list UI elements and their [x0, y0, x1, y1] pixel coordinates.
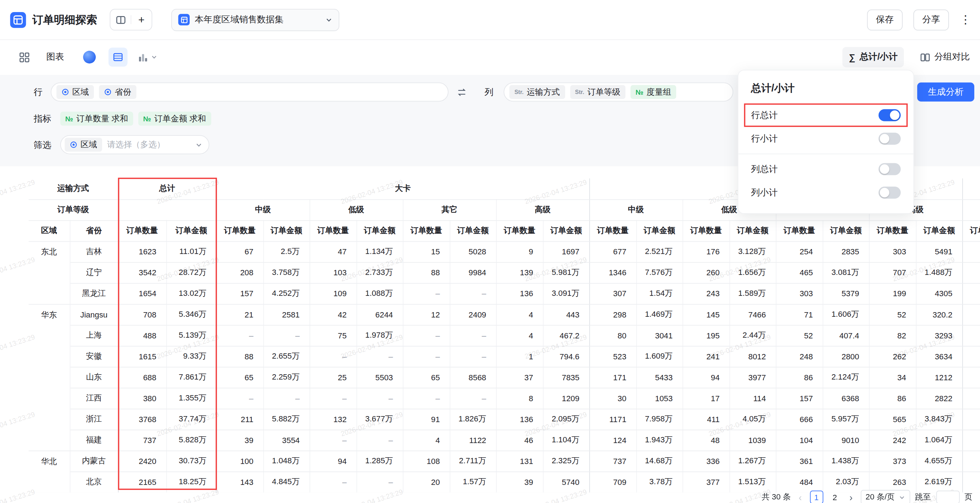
table-row: 山东6887.861万652.259万255503658568377835171…	[29, 367, 980, 388]
bar-chart-icon[interactable]	[138, 52, 148, 62]
dataset-selector[interactable]: 本年度区域销售数据集	[171, 8, 339, 31]
value-cell: 794.6	[543, 346, 589, 367]
chevron-down-icon	[899, 494, 905, 500]
header-cell: 订单金额	[543, 220, 589, 241]
header-cell: 订单金额	[166, 220, 216, 241]
layout-grid-icon[interactable]	[19, 52, 30, 62]
jump-page-input[interactable]	[936, 490, 959, 503]
toggle-switch[interactable]	[878, 186, 901, 199]
share-button[interactable]: 分享	[913, 9, 949, 30]
value-cell: 1615	[118, 346, 166, 367]
value-cell: 411	[682, 409, 729, 430]
value-cell: 82	[869, 325, 916, 346]
value-cell: 5379	[822, 283, 869, 304]
value-cell: 2.259万	[263, 367, 310, 388]
filter-shelf[interactable]: 区域 请选择（多选）	[60, 135, 209, 154]
value-cell: 488	[118, 325, 166, 346]
header-cell: 订单数量	[216, 220, 263, 241]
value-cell: 307	[589, 283, 636, 304]
pivot-table-container[interactable]: 运输方式总计大卡订单等级中级低级其它高级中级低级其它高级中级区域省份订单数量订单…	[29, 178, 980, 493]
split-view-button[interactable]	[110, 10, 130, 30]
popup-divider	[738, 154, 913, 154]
value-cell	[962, 367, 980, 388]
geo-field-icon	[70, 141, 77, 148]
group-compare-button[interactable]: 分组对比	[920, 51, 970, 63]
view-switcher: +	[110, 9, 152, 30]
field-pill[interactable]: №订单数量 求和	[60, 112, 133, 126]
value-cell: 5.981万	[543, 262, 589, 283]
region-cell: 东北	[29, 241, 70, 304]
popup-toggle-list: 行总计行小计列总计列小计	[751, 103, 900, 204]
value-cell: 131	[496, 450, 543, 471]
value-cell: 708	[118, 304, 166, 325]
value-cell: 1.656万	[729, 262, 776, 283]
field-pill[interactable]: Str.订单等级	[570, 85, 625, 99]
value-cell: 52	[869, 304, 916, 325]
page-1-button[interactable]: 1	[810, 490, 823, 503]
toggle-switch[interactable]	[878, 133, 901, 145]
field-pill[interactable]: №度量组	[630, 85, 676, 99]
table-row: 辽宁354228.72万2083.758万1032.733万8899841395…	[29, 262, 980, 283]
value-cell: 2.03万	[822, 471, 869, 492]
value-cell: 1.606万	[822, 304, 869, 325]
value-cell: 94	[310, 450, 356, 471]
value-cell: 132	[310, 409, 356, 430]
value-cell: 2.325万	[543, 450, 589, 471]
field-pill[interactable]: Str.运输方式	[509, 85, 565, 99]
split-view-icon	[116, 15, 125, 24]
value-cell: 3.128万	[729, 241, 776, 262]
toggle-switch[interactable]	[878, 163, 901, 175]
value-cell: 1654	[118, 283, 166, 304]
table-row: 上海4885.139万––751.978万––4467.28030411952.…	[29, 325, 980, 346]
save-button[interactable]: 保存	[867, 9, 903, 30]
value-cell: 211	[216, 409, 263, 430]
more-menu-icon[interactable]: ⋮	[960, 13, 971, 27]
field-pill[interactable]: 区域	[65, 138, 102, 151]
smart-chart-icon[interactable]	[83, 51, 96, 64]
generate-analysis-button[interactable]: 生成分析	[917, 83, 974, 102]
prev-page-button[interactable]: ‹	[796, 492, 805, 502]
rows-shelf[interactable]: 区域省份	[51, 83, 449, 102]
add-tab-button[interactable]: +	[131, 10, 151, 30]
value-cell: 2.095万	[543, 409, 589, 430]
page-2-button[interactable]: 2	[828, 490, 842, 503]
field-pill[interactable]: 省份	[99, 85, 137, 99]
field-pill[interactable]: №订单金额 求和	[138, 112, 211, 126]
columns-shelf[interactable]: Str.运输方式Str.订单等级№度量组	[503, 83, 733, 102]
table-view-icon-selected[interactable]	[108, 48, 128, 67]
value-cell: 3.78万	[636, 471, 682, 492]
value-cell: 5028	[450, 241, 496, 262]
next-page-button[interactable]: ›	[847, 492, 856, 502]
field-pill[interactable]: 区域	[56, 85, 94, 99]
value-cell: 1.438万	[822, 450, 869, 471]
top-actions: 保存 分享 ⋮	[867, 9, 971, 30]
string-type-icon: Str.	[575, 89, 584, 95]
value-cell: 467.2	[543, 325, 589, 346]
value-cell: 18.25万	[166, 471, 216, 492]
value-cell: 688	[118, 367, 166, 388]
value-cell: 7466	[729, 304, 776, 325]
value-cell: 3554	[263, 430, 310, 450]
metrics-shelf[interactable]: №订单数量 求和№订单金额 求和	[60, 109, 211, 128]
page-size-select[interactable]: 20 条/页	[861, 490, 910, 503]
swap-axes-icon[interactable]	[457, 83, 467, 102]
value-cell: 1.469万	[636, 304, 682, 325]
logo-glyph	[13, 15, 23, 24]
table-row: 福建7375.828万393554––41122461.104万1241.943…	[29, 430, 980, 450]
columns-label: 列	[485, 83, 493, 102]
value-cell: 3977	[729, 367, 776, 388]
value-cell: 136	[496, 409, 543, 430]
value-cell: 75	[310, 325, 356, 346]
totals-subtotals-button[interactable]: ∑总计/小计	[842, 47, 904, 67]
chevron-down-icon[interactable]	[151, 54, 158, 60]
province-cell: 黑龙江	[70, 283, 118, 304]
chart-menu-label[interactable]: 图表	[46, 51, 64, 63]
header-cell: 订单金额	[263, 220, 310, 241]
value-cell: 320.2	[916, 304, 962, 325]
value-cell: 7835	[543, 367, 589, 388]
field-pill-label: 区域	[81, 139, 97, 150]
jump-label: 跳至	[915, 492, 931, 502]
toggle-switch[interactable]	[878, 109, 901, 121]
header-cell: 总计	[118, 178, 216, 199]
value-cell: 4	[496, 325, 543, 346]
